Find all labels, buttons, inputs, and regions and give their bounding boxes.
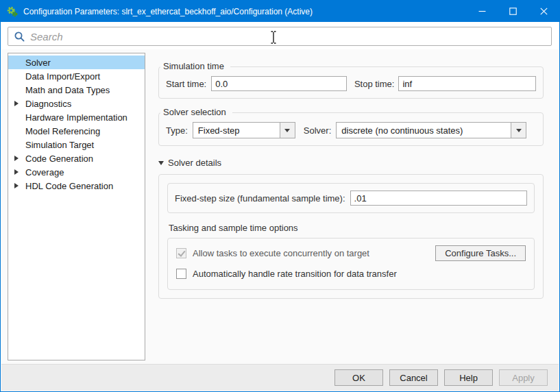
window-title: Configuration Parameters: slrt_ex_etherc… (23, 7, 467, 16)
sidebar-item-diagnostics[interactable]: Diagnostics (8, 97, 145, 110)
sidebar-item-model-referencing[interactable]: Model Referencing (8, 124, 145, 138)
solver-details-group: Fixed-step size (fundamental sample time… (158, 174, 544, 299)
auto-rate-transition-checkbox[interactable] (176, 269, 186, 279)
close-icon (540, 8, 548, 15)
expand-arrow-icon[interactable] (14, 183, 22, 188)
close-button[interactable] (528, 1, 559, 22)
titlebar[interactable]: Configuration Parameters: slrt_ex_etherc… (1, 1, 559, 22)
allow-tasks-checkbox (176, 248, 186, 258)
type-combobox-value: Fixed-step (193, 122, 280, 138)
simulation-time-title: Simulation time (160, 61, 230, 71)
cancel-button[interactable]: Cancel (389, 369, 438, 386)
sidebar-item-label: Coverage (25, 167, 64, 177)
simulation-time-group: Simulation time Start time: Stop time: (158, 66, 544, 99)
solver-details-title: Solver details (168, 158, 221, 168)
expand-arrow-icon[interactable] (14, 156, 22, 161)
solver-pane: Simulation time Start time: Stop time: S… (158, 58, 544, 299)
sidebar-item-math-and-data-types[interactable]: Math and Data Types (8, 83, 145, 97)
solver-selection-title: Solver selection (160, 107, 232, 117)
chevron-down-icon (284, 129, 290, 132)
sidebar-item-code-generation[interactable]: Code Generation (8, 151, 145, 165)
category-tree: Solver Data Import/Export Math and Data … (8, 53, 145, 360)
help-button[interactable]: Help (444, 369, 493, 386)
ok-button[interactable]: OK (334, 369, 383, 386)
start-time-input[interactable] (211, 76, 347, 91)
simulink-config-gear-icon (7, 6, 18, 17)
type-label: Type: (166, 125, 188, 136)
apply-button: Apply (499, 369, 548, 386)
expand-arrow-icon[interactable] (14, 169, 22, 175)
chevron-down-icon (516, 129, 522, 132)
type-combobox-dropdown-button[interactable] (280, 122, 295, 138)
solver-combobox-dropdown-button[interactable] (511, 122, 526, 138)
tasking-options-group: Allow tasks to execute concurrently on t… (167, 238, 535, 290)
stop-time-input[interactable] (398, 76, 536, 91)
collapse-triangle-icon (158, 161, 164, 165)
sidebar-item-label: Solver (25, 58, 51, 68)
sidebar-item-label: Simulation Target (25, 140, 94, 150)
sidebar-item-label: HDL Code Generation (25, 181, 113, 191)
sidebar-item-hardware-implementation[interactable]: Hardware Implementation (8, 110, 145, 124)
sidebar-item-label: Math and Data Types (25, 85, 110, 95)
sidebar-item-data-import-export[interactable]: Data Import/Export (8, 69, 145, 83)
maximize-button[interactable] (498, 1, 528, 22)
sidebar-item-simulation-target[interactable]: Simulation Target (8, 138, 145, 151)
solver-combobox-value: discrete (no continuous states) (336, 122, 511, 138)
maximize-icon (509, 8, 517, 15)
allow-tasks-label: Allow tasks to execute concurrently on t… (193, 248, 369, 258)
sidebar-item-hdl-code-generation[interactable]: HDL Code Generation (8, 179, 145, 193)
type-combobox[interactable]: Fixed-step (193, 122, 295, 138)
sidebar-item-label: Hardware Implementation (25, 112, 127, 123)
search-icon (14, 31, 25, 42)
dialog-button-bar: OK Cancel Help Apply (1, 364, 559, 391)
fixed-step-size-label: Fixed-step size (fundamental sample time… (175, 193, 345, 204)
configuration-parameters-dialog: Configuration Parameters: slrt_ex_etherc… (0, 0, 560, 392)
sidebar-item-label: Model Referencing (25, 126, 100, 136)
minimize-button[interactable] (467, 1, 498, 22)
fixed-step-size-group: Fixed-step size (fundamental sample time… (167, 183, 535, 213)
sidebar-item-label: Diagnostics (25, 99, 71, 109)
solver-selection-group: Solver selection Type: Fixed-step Solver… (158, 112, 544, 146)
search-box[interactable] (8, 27, 552, 46)
sidebar-item-label: Code Generation (25, 154, 93, 164)
solver-label: Solver: (304, 125, 331, 136)
stop-time-label: Stop time: (354, 79, 395, 89)
solver-details-header[interactable]: Solver details (158, 158, 544, 168)
fixed-step-size-input[interactable] (350, 191, 527, 206)
minimize-icon (478, 8, 486, 15)
search-row (1, 22, 559, 49)
tasking-options-title: Tasking and sample time options (169, 223, 535, 233)
configure-tasks-button[interactable]: Configure Tasks... (435, 245, 526, 261)
sidebar-item-coverage[interactable]: Coverage (8, 165, 145, 179)
sidebar-item-label: Data Import/Export (25, 71, 100, 82)
solver-combobox[interactable]: discrete (no continuous states) (336, 122, 526, 138)
search-input[interactable] (30, 31, 546, 42)
sidebar-item-solver[interactable]: Solver (8, 56, 145, 69)
start-time-label: Start time: (166, 79, 206, 89)
auto-rate-transition-label: Automatically handle rate transition for… (193, 269, 397, 279)
expand-arrow-icon[interactable] (14, 101, 22, 106)
